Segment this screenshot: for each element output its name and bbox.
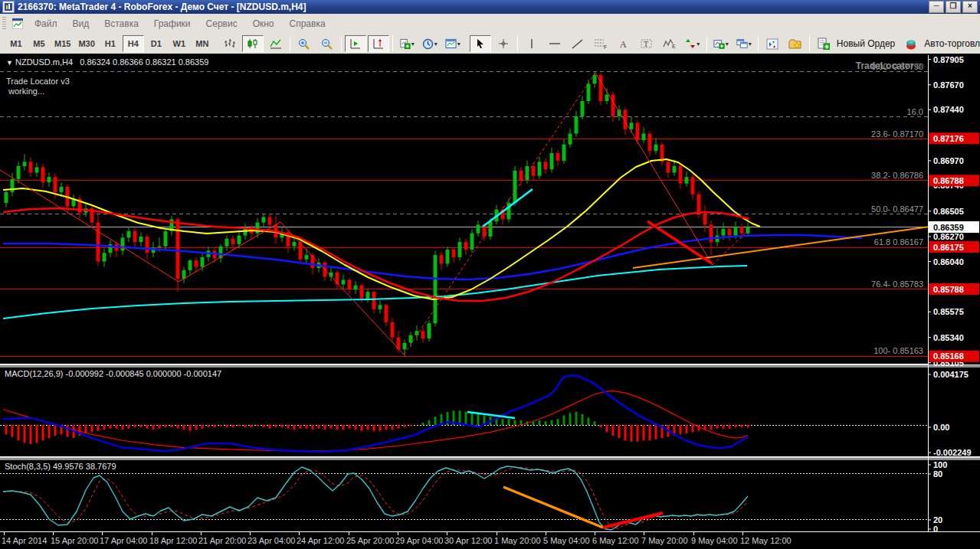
date-axis-label[interactable]: 6 May 12:00 (592, 536, 639, 545)
close-button[interactable]: × (962, 1, 978, 13)
menu-Графики[interactable]: Графики (146, 15, 198, 32)
menu-Вставка[interactable]: Вставка (97, 15, 146, 32)
menubar: ФайлВидВставкаГрафикиСервисОкноСправка (0, 14, 980, 34)
date-axis-label[interactable]: 18 Apr 12:00 (149, 536, 197, 545)
arrows-icon[interactable]: ▾ (682, 35, 703, 52)
fib-label: 38.2- 0.86786 (871, 171, 923, 180)
date-axis-label[interactable]: 5 May 04:00 (543, 536, 590, 545)
date-axis-label[interactable]: 23 Apr 04:00 (247, 536, 295, 545)
text-icon[interactable]: A (613, 35, 634, 52)
timeframe-W1[interactable]: W1 (169, 35, 190, 52)
fib-label: 76.4- 0.85783 (871, 279, 923, 289)
menu-Вид[interactable]: Вид (65, 15, 97, 32)
date-axis-label[interactable]: 7 May 20:00 (641, 536, 688, 545)
date-axis-label[interactable]: 24 Apr 12:00 (297, 536, 344, 545)
date-axis-label[interactable]: 9 May 04:00 (691, 536, 738, 545)
price-axis-label: 0.87440 (933, 105, 964, 114)
stoch-axis-label: 0 (933, 524, 938, 534)
date-axis-label[interactable]: 25 Apr 20:00 (346, 536, 394, 545)
svg-text:T: T (644, 40, 648, 48)
ea-name: Trade Locator v3 (6, 77, 70, 86)
price-axis-label: 0.85575 (933, 307, 964, 316)
templates-icon[interactable]: ▾ (442, 35, 464, 52)
fib-label: 23.6- 0.87170 (871, 129, 923, 139)
timeframe-M1[interactable]: M1 (5, 35, 27, 52)
date-axis-label[interactable]: 17 Apr 04:00 (100, 536, 147, 545)
chart-canvas[interactable]: 0.00- 0.8779016.023.6- 0.8717038.2- 0.86… (0, 54, 980, 549)
autotrade-label[interactable]: Авто-торговля (924, 38, 980, 49)
timeframe-MN[interactable]: MN (192, 35, 213, 52)
fib-label: 61.8 0.86167 (874, 237, 923, 247)
horizontal-line-icon[interactable] (544, 35, 565, 52)
auto-scroll-icon[interactable] (345, 35, 366, 52)
timeframe-M5[interactable]: M5 (28, 35, 50, 52)
price-badge-value: 0.87176 (933, 134, 964, 143)
menu-Справка[interactable]: Справка (282, 15, 333, 32)
macd-axis-label: -0.002249 (933, 448, 972, 457)
price-axis-label: 0.85340 (933, 333, 964, 342)
candlestick-icon[interactable] (242, 35, 264, 52)
price-axis-label: 0.87905 (933, 55, 964, 64)
svg-text:A: A (620, 39, 627, 49)
cursor-icon[interactable] (470, 35, 491, 52)
menu-Окно[interactable]: Окно (245, 15, 282, 32)
fib-label: 16.0 (907, 107, 923, 116)
menu-Файл[interactable]: Файл (27, 15, 65, 32)
date-axis-label[interactable]: 30 Apr 12:00 (444, 536, 492, 545)
window-title: 2166370: MetaTrader 4 - RoboForex - Демо… (18, 2, 306, 12)
new-order-icon[interactable] (813, 35, 834, 52)
elliott-icon[interactable]: E (659, 35, 680, 52)
autotrade-icon[interactable] (900, 35, 922, 52)
date-axis-label[interactable]: 14 Apr 2014 (2, 536, 47, 545)
minimize-button[interactable]: ─ (929, 1, 944, 13)
stoch-header: Stoch(8,3,5) 49.9576 38.7679 (5, 462, 116, 471)
fibonacci-icon[interactable]: F (590, 35, 611, 52)
price-badge-value: 0.85168 (933, 351, 964, 361)
stoch-axis-label: 20 (933, 515, 942, 524)
new-chart-icon[interactable]: ▾ (396, 35, 418, 52)
bar-chart-icon[interactable] (219, 35, 241, 52)
periods-icon[interactable]: ▾ (419, 35, 441, 52)
toolbar: M1M5M15M30H1H4D1W1MN ▾ ▾ ▾ F A T E ▾ ▾ ▾ (0, 34, 980, 54)
trend-line-icon[interactable] (567, 35, 588, 52)
date-axis-label[interactable]: 15 Apr 20:00 (51, 536, 98, 545)
strategy-tester-icon[interactable] (762, 35, 783, 52)
menu-grip[interactable] (2, 17, 6, 31)
line-chart-icon[interactable] (265, 35, 287, 52)
price-axis-label: 0.86970 (933, 156, 964, 165)
symbol-name: NZDUSD.m,H4 (15, 57, 73, 67)
timeframe-H1[interactable]: H1 (100, 35, 121, 52)
svg-text:F: F (604, 44, 607, 49)
date-axis-label[interactable]: 12 May 12:00 (740, 536, 792, 545)
ea-status: working... (8, 87, 44, 96)
price-axis-label: 0.86270 (933, 232, 964, 241)
chart-window-icon (11, 18, 24, 30)
timeframe-buttons: M1M5M15M30H1H4D1W1MN (5, 35, 214, 52)
date-axis-label[interactable]: 1 May 20:00 (494, 536, 541, 545)
timeframe-M15[interactable]: M15 (51, 35, 74, 52)
menu-Сервис[interactable]: Сервис (198, 15, 245, 32)
timeframe-H4[interactable]: H4 (123, 35, 144, 52)
crosshair-icon[interactable] (493, 35, 514, 52)
price-axis-label: 0.87670 (933, 80, 964, 90)
zoom-out-icon[interactable] (316, 35, 338, 52)
price-axis-label: 0.86040 (933, 257, 964, 266)
text-label-icon[interactable]: T (636, 35, 657, 52)
svg-text:E: E (672, 44, 676, 49)
tile-windows-icon[interactable]: ▾ (733, 35, 755, 52)
symbol-ohlc: 0.86324 0.86366 0.86321 0.86359 (80, 57, 208, 67)
macd-header: MACD(12,26,9) -0.000992 -0.000845 0.0000… (5, 369, 221, 378)
vertical-line-icon[interactable] (521, 35, 542, 52)
timeframe-M30[interactable]: M30 (75, 35, 97, 52)
restore-button[interactable]: ❐ (946, 1, 961, 13)
date-axis-label[interactable]: 21 Apr 20:00 (198, 536, 246, 545)
new-order-label[interactable]: Новый Ордер (837, 38, 895, 49)
metatrader-window: 2166370: MetaTrader 4 - RoboForex - Демо… (0, 0, 980, 549)
favorites-icon[interactable] (785, 35, 806, 52)
zoom-in-icon[interactable] (293, 35, 315, 52)
timeframe-D1[interactable]: D1 (146, 35, 167, 52)
date-axis-label[interactable]: 29 Apr 04:00 (395, 536, 443, 545)
indicators-icon[interactable]: ▾ (710, 35, 732, 52)
chart-dropdown-icon[interactable]: ▼ (6, 59, 13, 67)
chart-shift-icon[interactable] (368, 35, 389, 52)
